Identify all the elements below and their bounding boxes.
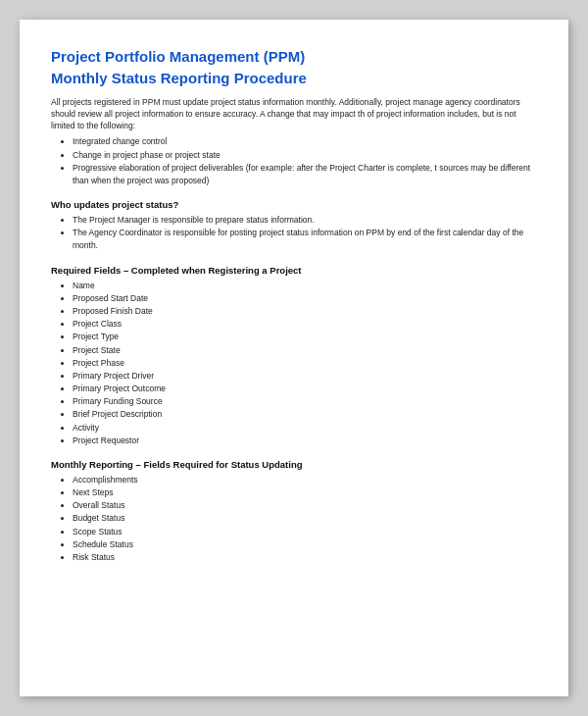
document-title: Project Portfolio Management (PPM) Month… <box>51 47 537 89</box>
intro-paragraph: All projects registered in PPM must upda… <box>51 96 537 132</box>
who-updates-heading: Who updates project status? <box>51 199 537 210</box>
list-item: Name <box>73 280 537 292</box>
list-item: Risk Status <box>73 551 537 564</box>
list-item: Change in project phase or project state <box>73 149 537 162</box>
list-item: Budget Status <box>73 512 537 525</box>
list-item: Project Type <box>73 331 537 343</box>
list-item: Activity <box>73 422 537 435</box>
list-item: Overall Status <box>73 499 537 512</box>
list-item: The Agency Coordinator is responsible fo… <box>73 227 537 252</box>
list-item: Brief Project Description <box>73 408 537 421</box>
list-item: Progressive elaboration of project deliv… <box>73 162 537 187</box>
list-item: Primary Funding Source <box>73 395 537 408</box>
monthly-reporting-list: AccomplishmentsNext StepsOverall StatusB… <box>51 474 537 564</box>
title-line2: Monthly Status Reporting Procedure <box>51 69 537 88</box>
list-item: The Project Manager is responsible to pr… <box>73 214 537 227</box>
intro-bullets-list: Integrated change controlChange in proje… <box>51 135 537 187</box>
list-item: Project State <box>73 344 537 357</box>
list-item: Primary Project Driver <box>73 370 537 383</box>
list-item: Next Steps <box>73 486 537 499</box>
who-updates-list: The Project Manager is responsible to pr… <box>51 214 537 253</box>
list-item: Proposed Finish Date <box>73 305 537 318</box>
monthly-reporting-heading: Monthly Reporting – Fields Required for … <box>51 459 537 470</box>
document-page: Project Portfolio Management (PPM) Month… <box>20 20 568 696</box>
list-item: Scope Status <box>73 526 537 538</box>
list-item: Project Requestor <box>73 435 537 447</box>
required-fields-list: NameProposed Start DateProposed Finish D… <box>51 280 537 447</box>
title-line1: Project Portfolio Management (PPM) <box>51 47 537 67</box>
list-item: Primary Project Outcome <box>73 383 537 395</box>
list-item: Proposed Start Date <box>73 292 537 305</box>
required-fields-heading: Required Fields – Completed when Registe… <box>51 265 537 276</box>
list-item: Project Phase <box>73 357 537 370</box>
list-item: Project Class <box>73 318 537 331</box>
list-item: Integrated change control <box>73 135 537 148</box>
list-item: Accomplishments <box>73 474 537 486</box>
list-item: Schedule Status <box>73 538 537 551</box>
